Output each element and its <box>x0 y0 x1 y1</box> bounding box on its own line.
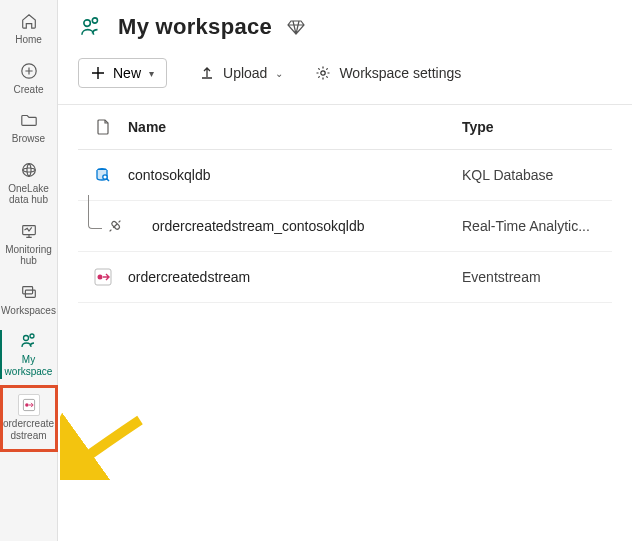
toolbar: New ▾ Upload ⌄ Workspace settings <box>58 50 632 105</box>
workspace-settings-button[interactable]: Workspace settings <box>315 65 461 81</box>
sidebar: Home Create Browse OneLake data hub Moni… <box>0 0 58 541</box>
folder-icon <box>18 109 40 131</box>
page-header: My workspace <box>58 0 632 50</box>
sidebar-label: Workspaces <box>1 305 56 317</box>
kql-database-icon <box>92 164 114 186</box>
my-workspace-icon <box>18 330 40 352</box>
tree-connector <box>88 195 102 229</box>
list-item[interactable]: ordercreatedstream_contosokqldb Real-Tim… <box>78 201 612 252</box>
plus-circle-icon <box>18 60 40 82</box>
sidebar-label: Monitoring hub <box>5 244 52 267</box>
chevron-down-icon: ⌄ <box>275 68 283 79</box>
svg-point-10 <box>92 18 97 23</box>
sidebar-item-onelake[interactable]: OneLake data hub <box>0 153 58 214</box>
item-list: Name Type contosokqldb KQL Database orde… <box>58 105 632 303</box>
plus-icon <box>91 66 105 80</box>
svg-point-1 <box>22 163 35 176</box>
svg-point-5 <box>23 336 28 341</box>
eventstream-icon <box>92 266 114 288</box>
item-name: ordercreatedstream <box>128 269 462 285</box>
svg-point-13 <box>103 175 107 179</box>
sidebar-label: Browse <box>12 133 45 145</box>
monitor-icon <box>18 220 40 242</box>
new-button[interactable]: New ▾ <box>78 58 167 88</box>
sidebar-label: OneLake data hub <box>8 183 49 206</box>
sidebar-label: ordercreate dstream <box>3 418 54 441</box>
svg-point-8 <box>25 403 29 407</box>
sidebar-item-create[interactable]: Create <box>0 54 58 104</box>
svg-point-15 <box>98 275 103 280</box>
svg-point-6 <box>30 334 34 338</box>
sidebar-item-my-workspace[interactable]: My workspace <box>0 324 58 385</box>
main-content: My workspace New ▾ Upload ⌄ Workspace se… <box>58 0 632 541</box>
upload-button[interactable]: Upload ⌄ <box>199 65 283 81</box>
diamond-icon[interactable] <box>286 17 306 37</box>
column-name[interactable]: Name <box>128 119 462 135</box>
sidebar-label: My workspace <box>5 354 53 377</box>
home-icon <box>18 10 40 32</box>
item-type: Real-Time Analytic... <box>462 218 612 234</box>
sidebar-label: Create <box>13 84 43 96</box>
new-button-label: New <box>113 65 141 81</box>
column-icon <box>78 119 128 135</box>
onelake-icon <box>18 159 40 181</box>
svg-point-9 <box>84 20 91 27</box>
gear-icon <box>315 65 331 81</box>
upload-label: Upload <box>223 65 267 81</box>
item-name: ordercreatedstream_contosokqldb <box>128 218 462 234</box>
list-item[interactable]: contosokqldb KQL Database <box>78 150 612 201</box>
list-header: Name Type <box>78 105 612 150</box>
item-name: contosokqldb <box>128 167 462 183</box>
eventstream-icon <box>18 394 40 416</box>
sidebar-label: Home <box>15 34 42 46</box>
item-type: Eventstream <box>462 269 612 285</box>
workspaces-icon <box>18 281 40 303</box>
svg-point-11 <box>321 71 325 75</box>
sidebar-item-monitoring[interactable]: Monitoring hub <box>0 214 58 275</box>
sidebar-item-workspaces[interactable]: Workspaces <box>0 275 58 325</box>
sidebar-item-browse[interactable]: Browse <box>0 103 58 153</box>
settings-label: Workspace settings <box>339 65 461 81</box>
page-title: My workspace <box>118 14 272 40</box>
column-type[interactable]: Type <box>462 119 612 135</box>
item-type: KQL Database <box>462 167 612 183</box>
list-item[interactable]: ordercreatedstream Eventstream <box>78 252 612 303</box>
plug-icon <box>104 215 126 237</box>
chevron-down-icon: ▾ <box>149 68 154 79</box>
upload-icon <box>199 65 215 81</box>
my-workspace-icon <box>78 14 104 40</box>
sidebar-item-home[interactable]: Home <box>0 4 58 54</box>
sidebar-item-ordercreatedstream[interactable]: ordercreate dstream <box>0 385 58 452</box>
